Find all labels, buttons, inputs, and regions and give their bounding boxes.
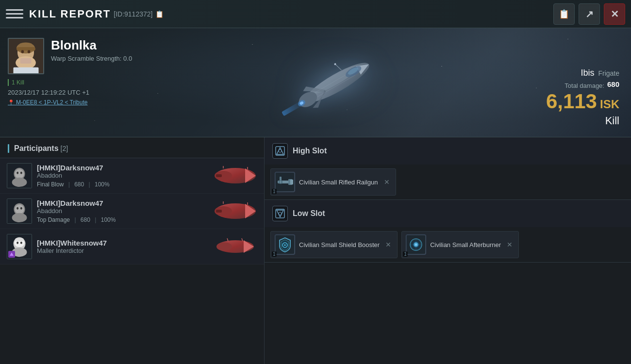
slot-item: 1 Civil [401, 231, 519, 258]
kill-count: 1 Kill [8, 79, 167, 86]
list-item[interactable]: [HMKI]Darksnow47 Abaddon Top Damage | 68… [0, 194, 264, 229]
svg-point-5 [21, 50, 24, 53]
high-slot-items: 1 Civilian Small Rifled Railgun [265, 165, 631, 199]
kill-location[interactable]: M-0EE8 < 1P-VL2 < Tribute [8, 99, 167, 106]
svg-point-59 [216, 242, 232, 251]
svg-rect-3 [17, 47, 35, 51]
svg-point-52 [17, 242, 18, 244]
header-accent-bar [8, 144, 9, 153]
low-slot-title: Low Slot [293, 209, 325, 218]
svg-point-6 [28, 50, 31, 53]
svg-point-64 [279, 149, 282, 152]
result-label: Kill [605, 115, 619, 127]
participants-panel: Participants [2] [HMKI]Darksnow47 Abaddo… [0, 137, 265, 364]
participant-ship-img [214, 199, 257, 223]
svg-rect-71 [280, 177, 282, 181]
stat-label: Top Damage [37, 216, 70, 223]
svg-marker-58 [244, 240, 254, 253]
low-slot-header: Low Slot [265, 200, 631, 227]
svg-rect-7 [20, 58, 32, 64]
item-icon [275, 172, 295, 192]
copy-id-icon[interactable]: 📋 [155, 10, 164, 18]
svg-point-29 [20, 172, 22, 174]
high-slot-section: High Slot 1 [265, 137, 631, 200]
hero-left: Blonlka Warp Scramble Strength: 0.0 1 Ki… [0, 28, 175, 137]
svg-marker-63 [277, 148, 283, 154]
avatar [7, 234, 32, 259]
stat-percent: 100% [95, 181, 110, 188]
isk-amount: 6,113 [546, 91, 597, 112]
avatar [7, 199, 32, 224]
svg-point-30 [12, 178, 27, 187]
ship-type: Frigate [598, 69, 619, 77]
ship-name: Ibis [581, 68, 594, 78]
low-slot-items: 1 Civilian Small Shield Booster ✕ [265, 227, 631, 262]
svg-point-28 [17, 172, 18, 174]
svg-rect-36 [216, 174, 222, 177]
participants-header: Participants [2] [0, 137, 264, 158]
list-item[interactable]: [HMKI]Whitesnow47 Maller Interdictor [0, 229, 264, 265]
damage-label: Total damage: [565, 82, 604, 89]
list-item[interactable]: [HMKI]Darksnow47 Abaddon Final Blow | 68… [0, 158, 264, 194]
low-slot-icon [272, 206, 288, 221]
kill-date: 2023/12/17 12:19:22 UTC +1 [8, 89, 167, 96]
item-qty: 1 [403, 251, 408, 257]
menu-button[interactable] [6, 5, 23, 23]
damage-value: 680 [607, 80, 619, 88]
participants-title: Participants [14, 144, 59, 153]
svg-point-77 [284, 244, 286, 246]
item-qty: 1 [272, 189, 277, 194]
svg-point-39 [15, 205, 24, 214]
svg-point-27 [15, 169, 24, 179]
svg-rect-55 [15, 238, 23, 241]
item-icon [406, 234, 426, 255]
slot-item: 1 Civilian Small Rifled Railgun [270, 168, 396, 196]
participant-info: [HMKI]Darksnow47 Abaddon Top Damage | 68… [37, 199, 209, 223]
svg-point-74 [279, 212, 282, 215]
stat-damage: 680 [74, 181, 84, 188]
high-slot-title: High Slot [293, 147, 327, 155]
svg-line-60 [227, 238, 228, 241]
participants-count: [2] [61, 145, 68, 152]
svg-point-41 [20, 207, 22, 210]
remove-item-button[interactable]: ✕ [382, 177, 392, 187]
low-slot-section: Low Slot 1 Civilian Small [265, 200, 631, 263]
svg-marker-73 [277, 210, 283, 217]
stat-percent: 100% [101, 216, 116, 223]
clipboard-icon: 📋 [559, 9, 569, 19]
svg-rect-48 [216, 210, 222, 213]
hero-ship [175, 28, 500, 137]
pilot-avatar [8, 38, 44, 74]
participant-info: [HMKI]Darksnow47 Abaddon Final Blow | 68… [37, 164, 209, 188]
export-button[interactable]: ↗ [579, 3, 600, 25]
pilot-info: Blonlka Warp Scramble Strength: 0.0 [8, 38, 167, 74]
participant-name: [HMKI]Darksnow47 [37, 164, 209, 172]
remove-item-button[interactable]: ✕ [505, 240, 515, 249]
close-button[interactable]: ✕ [604, 3, 625, 25]
high-slot-header: High Slot [265, 137, 631, 165]
stat-label: Final Blow [37, 181, 64, 188]
title-bar: KILL REPORT [ID:9112372] 📋 📋 ↗ ✕ [0, 0, 631, 28]
participant-ship: Abaddon [37, 172, 209, 179]
ship-name-row: Ibis Frigate [581, 68, 619, 80]
svg-rect-68 [290, 180, 293, 184]
remove-item-button[interactable]: ✕ [383, 240, 393, 249]
main-content: Participants [2] [HMKI]Darksnow47 Abaddo… [0, 137, 631, 364]
item-name: Civilian Small Shield Booster [299, 241, 380, 248]
clipboard-button[interactable]: 📋 [553, 3, 575, 25]
item-name: Civilian Small Afterburner [430, 241, 501, 248]
participant-ship: Abaddon [37, 207, 209, 215]
svg-point-53 [20, 242, 22, 244]
hero-right: Ibis Frigate Total damage: 680 6,113 ISK… [500, 28, 631, 137]
pilot-details: Blonlka Warp Scramble Strength: 0.0 [51, 38, 132, 62]
hero-section: Blonlka Warp Scramble Strength: 0.0 1 Ki… [0, 28, 631, 137]
corp-badge [8, 251, 15, 258]
avatar [7, 163, 32, 188]
svg-point-70 [280, 181, 282, 183]
stat-damage: 680 [81, 216, 90, 223]
page-title: KILL REPORT [29, 8, 111, 20]
participant-ship-img [214, 164, 257, 188]
svg-point-42 [12, 213, 27, 222]
svg-point-40 [17, 207, 18, 210]
high-slot-icon [272, 143, 288, 159]
